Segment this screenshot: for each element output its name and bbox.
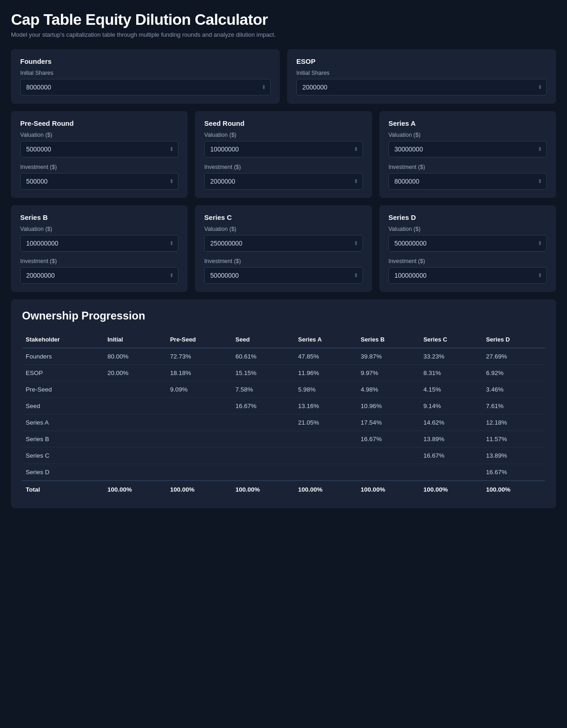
- row-cell: 4.98%: [357, 381, 420, 398]
- pre-seed-card: Pre-Seed Round Valuation ($) ⬍ Investmen…: [11, 111, 188, 198]
- pre-seed-valuation-label: Valuation ($): [20, 132, 178, 138]
- row-cell: 6.92%: [482, 365, 545, 381]
- row-cell: 17.54%: [357, 414, 420, 431]
- row-cell: 18.18%: [167, 365, 232, 381]
- col-series-a: Series A: [295, 331, 357, 348]
- table-header-row: Stakeholder Initial Pre-Seed Seed Series…: [22, 331, 545, 348]
- row-cell: [167, 414, 232, 431]
- esop-shares-label: Initial Shares: [296, 70, 547, 76]
- ownership-title: Ownership Progression: [22, 309, 545, 322]
- row-cell: 12.18%: [482, 414, 545, 431]
- series-a-card: Series A Valuation ($) ⬍ Investment ($) …: [379, 111, 556, 198]
- series-d-valuation-input[interactable]: [389, 235, 547, 252]
- series-d-investment-input[interactable]: [389, 267, 547, 284]
- footer-series-b: 100.00%: [357, 481, 420, 498]
- series-d-card: Series D Valuation ($) ⬍ Investment ($) …: [379, 205, 556, 292]
- row-cell: 16.67%: [482, 464, 545, 481]
- footer-series-c: 100.00%: [420, 481, 483, 498]
- col-initial: Initial: [104, 331, 167, 348]
- series-b-valuation-input[interactable]: [20, 235, 178, 252]
- table-row: Seed16.67%13.16%10.96%9.14%7.61%: [22, 398, 545, 414]
- row-cell: 11.57%: [482, 431, 545, 448]
- seed-investment-label: Investment ($): [204, 164, 362, 170]
- table-row: Pre-Seed9.09%7.58%5.98%4.98%4.15%3.46%: [22, 381, 545, 398]
- row-stakeholder: Seed: [22, 398, 104, 414]
- footer-pre-seed: 100.00%: [167, 481, 232, 498]
- pre-seed-investment-label: Investment ($): [20, 164, 178, 170]
- row-cell: 16.67%: [420, 448, 483, 464]
- ownership-section: Ownership Progression Stakeholder Initia…: [11, 299, 556, 508]
- row-cell: 33.23%: [420, 348, 483, 365]
- row-stakeholder: ESOP: [22, 365, 104, 381]
- col-stakeholder: Stakeholder: [22, 331, 104, 348]
- series-b-investment-label: Investment ($): [20, 258, 178, 264]
- series-b-title: Series B: [20, 213, 178, 221]
- row-stakeholder: Series B: [22, 431, 104, 448]
- founders-shares-input[interactable]: [20, 79, 271, 95]
- seed-title: Seed Round: [204, 119, 362, 127]
- row-cell: [104, 431, 167, 448]
- footer-label: Total: [22, 481, 104, 498]
- row-cell: [104, 381, 167, 398]
- col-series-b: Series B: [357, 331, 420, 348]
- series-a-valuation-input[interactable]: [389, 141, 547, 157]
- row-cell: 16.67%: [357, 431, 420, 448]
- series-d-title: Series D: [389, 213, 547, 221]
- row-cell: 7.61%: [482, 398, 545, 414]
- row-cell: 9.14%: [420, 398, 483, 414]
- table-row: Series B16.67%13.89%11.57%: [22, 431, 545, 448]
- row-cell: 15.15%: [232, 365, 295, 381]
- esop-title: ESOP: [296, 57, 547, 65]
- row-cell: [357, 464, 420, 481]
- founders-card: Founders Initial Shares ⬍: [11, 49, 280, 104]
- row-cell: [357, 448, 420, 464]
- footer-seed: 100.00%: [232, 481, 295, 498]
- series-c-card: Series C Valuation ($) ⬍ Investment ($) …: [195, 205, 372, 292]
- row-cell: 10.96%: [357, 398, 420, 414]
- row-cell: [232, 414, 295, 431]
- row-cell: [232, 431, 295, 448]
- row-cell: [295, 448, 357, 464]
- row-cell: 5.98%: [295, 381, 357, 398]
- table-row: Series A21.05%17.54%14.62%12.18%: [22, 414, 545, 431]
- row-stakeholder: Pre-Seed: [22, 381, 104, 398]
- row-cell: 72.73%: [167, 348, 232, 365]
- row-stakeholder: Series A: [22, 414, 104, 431]
- row-stakeholder: Series D: [22, 464, 104, 481]
- pre-seed-investment-input[interactable]: [20, 173, 178, 190]
- series-b-valuation-label: Valuation ($): [20, 226, 178, 232]
- row-cell: 27.69%: [482, 348, 545, 365]
- row-cell: 8.31%: [420, 365, 483, 381]
- row-cell: [420, 464, 483, 481]
- table-row: Series C16.67%13.89%: [22, 448, 545, 464]
- ownership-table: Stakeholder Initial Pre-Seed Seed Series…: [22, 331, 545, 498]
- col-series-d: Series D: [482, 331, 545, 348]
- series-a-title: Series A: [389, 119, 547, 127]
- series-c-valuation-label: Valuation ($): [204, 226, 362, 232]
- row-cell: [167, 464, 232, 481]
- row-cell: [295, 464, 357, 481]
- seed-investment-input[interactable]: [204, 173, 362, 190]
- footer-series-a: 100.00%: [295, 481, 357, 498]
- seed-valuation-input[interactable]: [204, 141, 362, 157]
- series-b-investment-input[interactable]: [20, 267, 178, 284]
- series-a-investment-label: Investment ($): [389, 164, 547, 170]
- row-cell: [232, 464, 295, 481]
- series-c-investment-input[interactable]: [204, 267, 362, 284]
- row-cell: [167, 398, 232, 414]
- row-cell: 14.62%: [420, 414, 483, 431]
- founders-shares-label: Initial Shares: [20, 70, 271, 76]
- series-a-valuation-label: Valuation ($): [389, 132, 547, 138]
- row-cell: [167, 448, 232, 464]
- founders-title: Founders: [20, 57, 271, 65]
- series-a-investment-input[interactable]: [389, 173, 547, 190]
- pre-seed-valuation-input[interactable]: [20, 141, 178, 157]
- esop-shares-input[interactable]: [296, 79, 547, 95]
- row-cell: 4.15%: [420, 381, 483, 398]
- seed-valuation-label: Valuation ($): [204, 132, 362, 138]
- row-cell: [232, 448, 295, 464]
- series-c-valuation-input[interactable]: [204, 235, 362, 252]
- row-cell: 7.58%: [232, 381, 295, 398]
- row-cell: 9.97%: [357, 365, 420, 381]
- pre-seed-title: Pre-Seed Round: [20, 119, 178, 127]
